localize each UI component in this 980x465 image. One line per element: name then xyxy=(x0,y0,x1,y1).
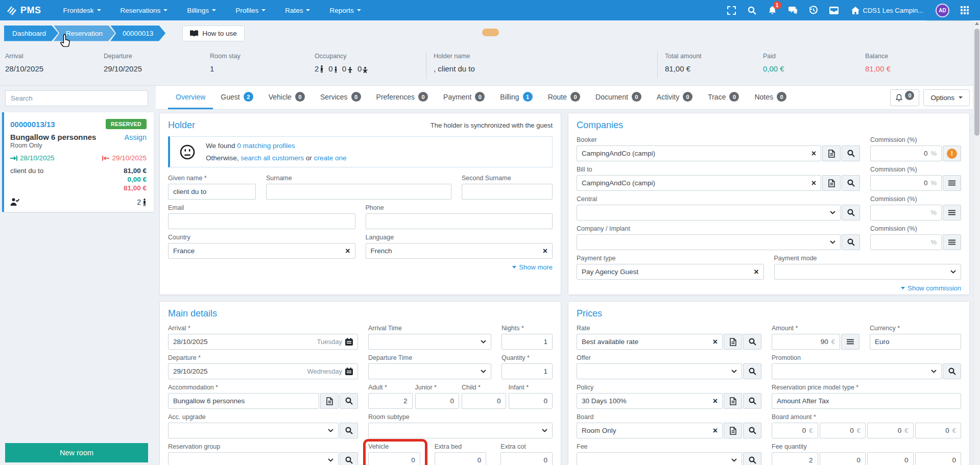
arrival-date-input[interactable] xyxy=(173,338,314,346)
document-icon-button[interactable] xyxy=(822,175,841,191)
room-subtype-select[interactable] xyxy=(368,423,553,438)
phone-input[interactable] xyxy=(371,217,548,225)
show-commission-link[interactable]: Show commission xyxy=(901,284,961,292)
amount-input[interactable] xyxy=(777,338,828,346)
search-icon-button[interactable] xyxy=(340,452,358,465)
tab-route[interactable]: Route0 xyxy=(540,86,588,109)
promotion-select[interactable] xyxy=(772,363,942,379)
fee-quantity-input[interactable] xyxy=(825,456,861,464)
board-amount-input[interactable] xyxy=(872,427,901,434)
clear-icon[interactable]: × xyxy=(713,427,718,435)
given-name-input[interactable] xyxy=(173,188,251,195)
nights-input[interactable] xyxy=(507,338,547,346)
reservation-room-card[interactable]: 00000013/13 RESERVED Bungallow 6 personn… xyxy=(2,112,154,212)
breadcrumb-reservation-number[interactable]: 00000013 xyxy=(110,26,165,41)
second-surname-input[interactable] xyxy=(467,188,547,195)
fee-quantity-input[interactable] xyxy=(777,456,813,464)
rate-input[interactable] xyxy=(582,338,710,346)
offer-select[interactable] xyxy=(577,363,742,379)
arrival-time-select[interactable] xyxy=(368,334,491,350)
language-input[interactable] xyxy=(371,247,540,255)
board-amount-input[interactable] xyxy=(777,427,806,434)
search-icon-button[interactable] xyxy=(743,452,761,465)
central-select[interactable] xyxy=(577,205,841,221)
central-commission-input[interactable] xyxy=(875,209,927,216)
fee-select[interactable] xyxy=(577,452,742,465)
menu-profiles[interactable]: Profiles xyxy=(227,0,274,20)
tab-preferences[interactable]: Preferences0 xyxy=(369,86,436,109)
policy-input[interactable] xyxy=(582,397,710,405)
booker-commission-input[interactable] xyxy=(875,150,927,157)
departure-date-input[interactable] xyxy=(173,368,304,375)
new-room-button[interactable]: New room xyxy=(5,443,148,462)
search-icon-button[interactable] xyxy=(842,234,860,250)
menu-rates[interactable]: Rates xyxy=(276,0,319,20)
menu-billings[interactable]: Billings xyxy=(178,0,225,20)
calendar-icon[interactable] xyxy=(345,368,353,375)
inbox-icon[interactable] xyxy=(824,0,844,20)
fee-quantity-input[interactable] xyxy=(920,456,957,464)
user-avatar[interactable]: AD xyxy=(936,4,949,17)
tab-notes[interactable]: Notes0 xyxy=(747,86,794,109)
adult-input[interactable] xyxy=(373,397,408,405)
commission-warning-button[interactable]: ! xyxy=(943,145,961,161)
notifications-bell-icon[interactable]: 1 xyxy=(762,0,783,20)
departure-time-select[interactable] xyxy=(368,363,491,379)
reservation-group-select[interactable] xyxy=(168,452,339,465)
search-icon-button[interactable] xyxy=(743,393,761,409)
board-input[interactable] xyxy=(582,427,710,434)
tab-vehicle[interactable]: Vehicle0 xyxy=(261,86,313,109)
child-input[interactable] xyxy=(467,397,501,405)
extra-cot-input[interactable] xyxy=(506,456,547,464)
how-to-use-button[interactable]: How to use xyxy=(182,26,245,41)
junior-input[interactable] xyxy=(420,397,455,405)
search-all-customers-link[interactable]: search all customers xyxy=(241,154,304,162)
clear-icon[interactable]: × xyxy=(811,150,816,158)
payment-type-input[interactable] xyxy=(582,268,751,276)
vehicle-input[interactable] xyxy=(373,456,415,464)
commission-menu-button[interactable] xyxy=(943,205,961,221)
search-icon[interactable] xyxy=(742,0,762,20)
create-one-link[interactable]: create one xyxy=(314,154,347,162)
search-icon-button[interactable] xyxy=(943,363,961,379)
extra-bed-input[interactable] xyxy=(440,456,482,464)
breadcrumb-reservation[interactable]: Reservation xyxy=(54,26,115,41)
menu-reports[interactable]: Reports xyxy=(321,0,369,20)
document-icon-button[interactable] xyxy=(822,145,841,161)
surname-input[interactable] xyxy=(271,188,446,195)
tab-options-button[interactable]: Options xyxy=(923,89,970,106)
company-implant-select[interactable] xyxy=(577,234,841,250)
tab-services[interactable]: Services0 xyxy=(313,86,369,109)
app-logo[interactable]: PMS xyxy=(0,5,55,16)
tab-trace[interactable]: Trace0 xyxy=(700,86,747,109)
booker-input[interactable] xyxy=(582,150,808,157)
search-icon-button[interactable] xyxy=(743,423,761,438)
quantity-input[interactable] xyxy=(507,368,547,375)
document-icon-button[interactable] xyxy=(320,393,339,409)
commission-menu-button[interactable] xyxy=(943,234,961,250)
alerts-bell-button[interactable]: 0 xyxy=(890,89,919,106)
company-commission-input[interactable] xyxy=(875,238,927,246)
acc-upgrade-select[interactable] xyxy=(168,423,339,438)
board-amount-input[interactable] xyxy=(920,427,949,434)
board-amount-input[interactable] xyxy=(825,427,854,434)
apps-grid-icon[interactable] xyxy=(954,0,975,20)
document-icon-button[interactable] xyxy=(724,334,742,350)
search-icon-button[interactable] xyxy=(743,363,761,379)
tab-payment[interactable]: Payment0 xyxy=(436,86,492,109)
scroll-up-arrow-icon[interactable] xyxy=(975,22,979,25)
clear-icon[interactable]: × xyxy=(713,338,718,346)
document-icon-button[interactable] xyxy=(724,393,742,409)
search-icon-button[interactable] xyxy=(842,175,860,191)
search-icon-button[interactable] xyxy=(743,334,761,350)
price-model-input[interactable] xyxy=(777,397,956,405)
breadcrumb-dashboard[interactable]: Dashboard xyxy=(4,26,58,41)
calendar-icon[interactable] xyxy=(345,338,353,346)
tab-guest[interactable]: Guest2 xyxy=(213,86,260,109)
commission-menu-button[interactable] xyxy=(943,175,961,191)
tab-overview[interactable]: Overview xyxy=(168,86,213,109)
country-input[interactable] xyxy=(173,247,342,255)
show-more-link[interactable]: Show more xyxy=(512,263,553,271)
search-icon-button[interactable] xyxy=(842,145,860,161)
document-icon-button[interactable] xyxy=(724,423,742,438)
